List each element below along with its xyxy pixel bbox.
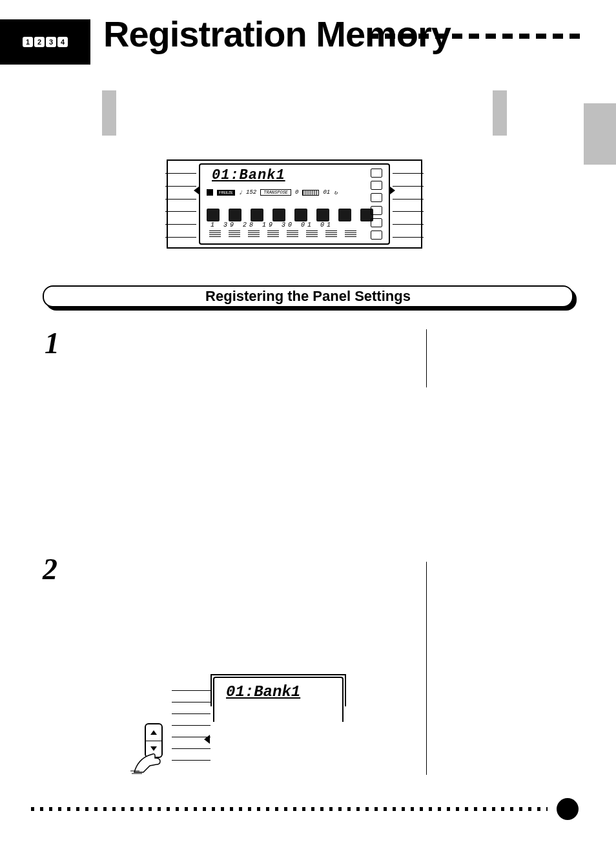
piano-icon — [316, 209, 329, 221]
lcd-track-icons — [207, 205, 382, 221]
eq-icon — [371, 218, 382, 227]
metronome-icon: ♩ — [239, 189, 242, 196]
freeze-indicator: FREEZE — [217, 190, 235, 196]
brass-icon — [338, 209, 351, 221]
badge-1: 1 — [23, 37, 33, 47]
mic-icon — [371, 169, 382, 178]
transpose-value: 0 — [295, 189, 298, 196]
measure-value: 01 — [323, 189, 330, 196]
lcd2-readout: 01:Bank1 — [226, 683, 300, 701]
lcd-main-figure: 01:Bank1 FREEZE ♩ 152 TRANSPOSE 0 01 ↻ 1… — [167, 159, 422, 249]
lcd-step2-figure: 01:Bank1 — [167, 674, 347, 777]
pointing-hand-icon — [130, 744, 167, 775]
up-arrow-icon — [150, 730, 157, 735]
lcd-left-arrow-icon — [194, 187, 199, 194]
badge-2: 2 — [34, 37, 45, 47]
badge-3: 3 — [46, 37, 56, 47]
perc-icon — [229, 209, 241, 221]
lcd-status-row: FREEZE ♩ 152 TRANSPOSE 0 01 ↻ — [207, 187, 382, 198]
margin-block-left — [102, 90, 116, 136]
section-heading: Registering the Panel Settings — [43, 285, 573, 307]
keyboard-icon — [371, 206, 382, 215]
footer-dotted-line — [31, 807, 548, 811]
title-dash-line — [368, 34, 581, 39]
guitar-icon — [251, 209, 263, 221]
side-thumb-tab — [584, 103, 616, 165]
badge-4: 4 — [57, 37, 68, 47]
lcd-track-numbers: 1 39 28 19 30 01 01 — [210, 221, 382, 229]
step-number-2: 2 — [43, 552, 57, 586]
step2-divider — [426, 562, 427, 775]
step1-divider — [426, 329, 427, 387]
tempo-value: 152 — [246, 189, 256, 196]
repeat-icon: ↻ — [334, 189, 337, 196]
strings-icon — [294, 209, 307, 221]
lcd2-left-arrow-icon — [204, 735, 210, 744]
speaker-icon — [371, 181, 382, 190]
drum-icon — [207, 209, 220, 221]
lcd-screen: 01:Bank1 FREEZE ♩ 152 TRANSPOSE 0 01 ↻ 1… — [199, 163, 390, 245]
bass-icon — [272, 209, 285, 221]
lcd-right-arrow-icon — [390, 187, 395, 194]
header-badge-tab: 1 2 3 4 — [0, 19, 90, 65]
pedal-icon — [371, 231, 382, 240]
margin-block-right — [493, 90, 507, 136]
step-number-1: 1 — [45, 326, 59, 360]
lcd-top-readout: 01:Bank1 — [212, 167, 285, 183]
page-number-circle — [557, 798, 579, 820]
lcd-level-bars — [209, 231, 382, 240]
lcd-right-icon-column — [368, 169, 385, 240]
hand-icon — [371, 193, 382, 202]
